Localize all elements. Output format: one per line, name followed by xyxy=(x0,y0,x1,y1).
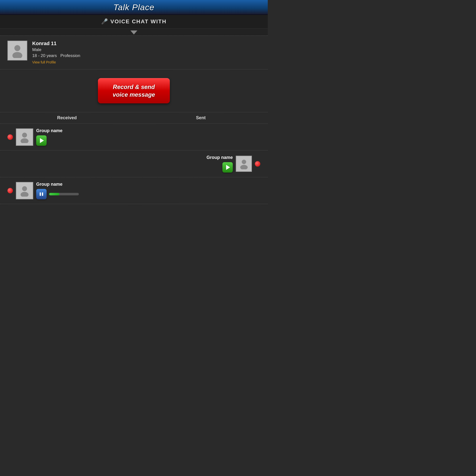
bottom-space xyxy=(0,204,268,219)
progress-bar-3 xyxy=(49,193,79,195)
profile-section: Konrad 11 Male 18 - 20 years Profession … xyxy=(0,36,268,69)
profile-details: 18 - 20 years Profession xyxy=(32,53,80,58)
record-line2: voice message xyxy=(113,91,155,98)
voice-chat-title: VOICE CHAT WITH xyxy=(110,18,166,25)
profile-name: Konrad 11 xyxy=(32,41,80,46)
play-button-2[interactable] xyxy=(222,162,233,173)
msg-group-name-2: Group name xyxy=(207,155,233,160)
avatar-person-icon xyxy=(10,43,25,58)
play-button-1[interactable] xyxy=(36,135,47,146)
svg-point-4 xyxy=(242,160,246,164)
play-triangle-icon-2 xyxy=(226,165,230,170)
svg-point-6 xyxy=(22,186,27,191)
profile-profession: Profession xyxy=(60,53,80,58)
svg-point-2 xyxy=(22,133,27,138)
pause-bar-right xyxy=(42,192,43,196)
msg-avatar-3 xyxy=(16,182,33,199)
progress-fill-3 xyxy=(49,193,60,195)
svg-point-1 xyxy=(12,52,22,58)
profile-age: 18 - 20 years xyxy=(32,53,57,58)
avatar xyxy=(7,41,27,60)
pause-bar-left xyxy=(40,192,41,196)
message-item-1: Group name xyxy=(0,124,268,150)
svg-point-3 xyxy=(21,138,29,143)
msg-person-icon-2 xyxy=(238,158,249,169)
messages-header: Received Sent xyxy=(0,112,268,123)
profile-gender: Male xyxy=(32,47,80,52)
msg-group-name-3: Group name xyxy=(36,182,79,187)
record-send-button[interactable]: Record & send voice message xyxy=(98,78,170,103)
svg-point-7 xyxy=(21,192,29,197)
msg-person-icon-1 xyxy=(19,131,30,143)
app-header: Talk Place xyxy=(0,0,268,15)
voice-chat-bar: 🎤 VOICE CHAT WITH xyxy=(0,15,268,29)
svg-point-0 xyxy=(14,45,20,51)
unread-dot-1 xyxy=(7,134,13,140)
msg-avatar-1 xyxy=(16,128,33,146)
msg-avatar-2 xyxy=(236,156,252,172)
msg-group-name-1: Group name xyxy=(36,128,62,133)
msg-content-2: Group name xyxy=(207,155,233,173)
play-triangle-icon-1 xyxy=(40,138,44,143)
received-label: Received xyxy=(0,115,134,120)
play-controls-3 xyxy=(36,189,79,199)
unread-dot-2 xyxy=(255,161,260,167)
view-profile-link[interactable]: View full Profile xyxy=(32,60,80,64)
record-button-text: Record & send voice message xyxy=(113,83,155,98)
msg-content-3: Group name xyxy=(36,182,79,199)
app-title: Talk Place xyxy=(113,2,154,12)
msg-content-1: Group name xyxy=(36,128,62,146)
svg-point-5 xyxy=(240,165,248,169)
profile-info: Konrad 11 Male 18 - 20 years Profession … xyxy=(32,41,80,64)
record-section: Record & send voice message xyxy=(0,69,268,112)
message-item-2: Group name xyxy=(0,150,268,177)
sent-label: Sent xyxy=(134,115,268,120)
msg-person-icon-3 xyxy=(19,185,30,197)
mic-icon: 🎤 xyxy=(101,18,108,25)
record-line1: Record & send xyxy=(113,83,155,91)
dropdown-arrow xyxy=(0,29,268,35)
unread-dot-3 xyxy=(7,188,13,193)
pause-button-3[interactable] xyxy=(36,189,47,199)
message-item-3: Group name xyxy=(0,177,268,204)
